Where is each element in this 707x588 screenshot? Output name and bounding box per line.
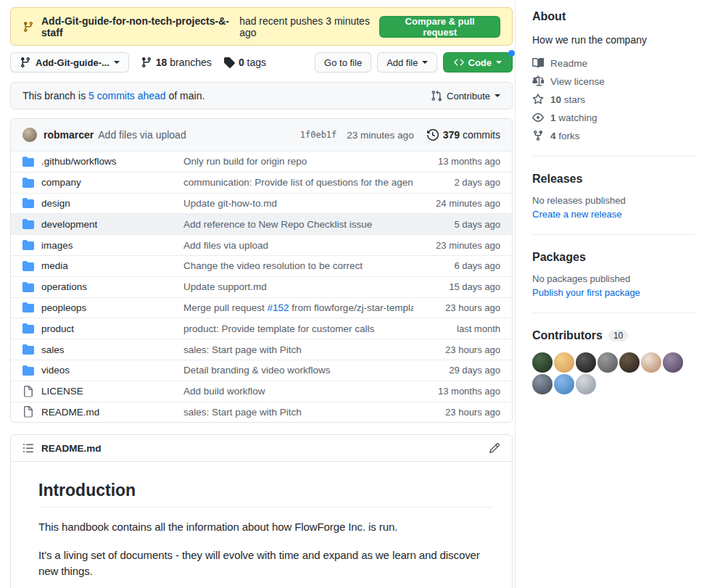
commit-time-link[interactable]: 23 hours ago — [413, 407, 500, 418]
file-name-link[interactable]: LICENSE — [41, 386, 183, 397]
file-name-link[interactable]: media — [41, 260, 183, 271]
commit-time-link[interactable]: 23 minutes ago — [413, 240, 500, 251]
folder-icon — [22, 281, 34, 293]
issue-link[interactable]: #152 — [268, 302, 289, 313]
commits-history-link[interactable]: 379 commits — [427, 129, 500, 141]
commit-message-link[interactable]: Update git-how-to.md — [183, 198, 413, 209]
sidebar-item-stars[interactable]: 10 stars — [532, 94, 695, 105]
file-name-link[interactable]: operations — [41, 281, 183, 292]
list-icon[interactable] — [22, 442, 34, 454]
file-name-link[interactable]: videos — [41, 365, 183, 376]
edit-pencil-icon[interactable] — [489, 442, 500, 454]
file-name-link[interactable]: images — [41, 240, 183, 251]
banner-message: had recent pushes 3 minutes ago — [239, 15, 379, 38]
status-text: of main. — [166, 90, 205, 102]
commit-time[interactable]: 23 minutes ago — [347, 130, 413, 141]
chevron-down-icon — [496, 61, 502, 64]
commit-time-link[interactable]: 23 hours ago — [413, 344, 500, 355]
file-name-link[interactable]: sales — [41, 344, 183, 355]
about-items: ReadmeView license10 stars1 watching4 fo… — [532, 57, 695, 141]
table-row: salessales: Start page with Pitch23 hour… — [11, 339, 512, 360]
commit-time-link[interactable]: 13 months ago — [413, 156, 500, 167]
commit-time-link[interactable]: 2 days ago — [413, 177, 500, 188]
commit-time-link[interactable]: 29 days ago — [413, 365, 500, 376]
file-name-link[interactable]: README.md — [41, 407, 183, 418]
contributor-avatar[interactable] — [554, 374, 574, 394]
eye-icon — [532, 112, 544, 123]
sidebar-item-view-license[interactable]: View license — [532, 75, 695, 87]
sidebar-item-readme[interactable]: Readme — [532, 57, 695, 69]
avatar[interactable] — [22, 128, 37, 142]
contributor-avatar[interactable] — [554, 352, 574, 373]
compare-pull-request-button[interactable]: Compare & pull request — [379, 16, 500, 38]
contributor-avatar[interactable] — [532, 374, 553, 394]
contributor-avatar[interactable] — [641, 352, 661, 373]
publish-package-link[interactable]: Publish your first package — [532, 287, 695, 298]
branches-link[interactable]: 18 branches — [141, 57, 212, 68]
contributor-avatar[interactable] — [619, 352, 640, 373]
contributor-avatar[interactable] — [576, 352, 596, 373]
contributor-avatar[interactable] — [598, 352, 618, 373]
file-name-link[interactable]: design — [41, 198, 183, 209]
commit-message-link[interactable]: Add reference to New Repo Checklist issu… — [183, 219, 413, 230]
go-to-file-button[interactable]: Go to file — [315, 52, 371, 73]
sidebar-item-watching[interactable]: 1 watching — [532, 112, 695, 123]
repo-page: Add-Git-guide-for-non-tech-projects-&-st… — [0, 0, 707, 588]
sidebar-item-label: 1 watching — [550, 112, 598, 123]
commit-time-link[interactable]: 15 days ago — [413, 281, 500, 292]
commit-message-link[interactable]: sales: Start page with Pitch — [183, 344, 413, 355]
commit-message-link[interactable]: product: Provide template for customer c… — [183, 323, 413, 334]
table-row: LICENSEAdd build workflow13 months ago — [11, 381, 512, 402]
tags-link[interactable]: 0 tags — [223, 57, 266, 68]
file-name-link[interactable]: company — [41, 177, 183, 188]
folder-icon — [22, 365, 34, 376]
git-branch-icon — [20, 57, 31, 68]
commit-message-link[interactable]: Change the video resolution to be correc… — [183, 260, 413, 271]
commits-ahead-link[interactable]: 5 commits ahead — [88, 90, 166, 102]
file-browser: robmarcer Add files via upload 1f0eb1f 2… — [10, 118, 513, 423]
create-release-link[interactable]: Create a new release — [532, 209, 695, 220]
commit-message-link[interactable]: Detail branding & video workflows — [183, 365, 413, 376]
file-name-link[interactable]: .github/workflows — [41, 156, 183, 167]
sidebar-item-forks[interactable]: 4 forks — [532, 130, 695, 141]
table-row: companycommunication: Provide list of qu… — [11, 172, 512, 193]
file-name-link[interactable]: development — [41, 219, 183, 230]
folder-icon — [22, 218, 34, 230]
fork-icon — [532, 130, 544, 141]
commit-message-link[interactable]: sales: Start page with Pitch — [183, 407, 413, 418]
file-name-link[interactable]: product — [41, 323, 183, 334]
table-row: videosDetail branding & video workflows2… — [11, 360, 512, 381]
repo-toolbar: Add-Git-guide-... 18 branches 0 tags — [10, 52, 513, 73]
branch-selector[interactable]: Add-Git-guide-... — [10, 52, 129, 73]
commit-author[interactable]: robmarcer — [44, 129, 94, 141]
commit-message-link[interactable]: Add files via upload — [183, 240, 413, 251]
packages-section: Packages No packages published Publish y… — [532, 235, 695, 298]
readme-header: README.md — [11, 435, 512, 462]
commit-time-link[interactable]: 13 months ago — [413, 386, 500, 397]
add-file-button[interactable]: Add file — [377, 52, 437, 73]
contributor-avatar[interactable] — [663, 352, 683, 373]
commit-time-link[interactable]: 24 minutes ago — [413, 198, 500, 209]
table-row: README.mdsales: Start page with Pitch23 … — [11, 402, 512, 423]
commit-message[interactable]: Add files via upload — [98, 129, 186, 141]
commit-time-link[interactable]: 6 days ago — [413, 260, 500, 271]
commit-message-link[interactable]: Merge pull request #152 from flowforge/z… — [183, 302, 413, 313]
folder-icon — [22, 156, 34, 167]
code-button[interactable]: Code — [443, 52, 513, 73]
recent-push-banner: Add-Git-guide-for-non-tech-projects-&-st… — [10, 7, 513, 46]
contributors-title: Contributors — [532, 329, 603, 342]
commit-time-link[interactable]: 5 days ago — [413, 219, 500, 230]
branch-selector-label: Add-Git-guide-... — [36, 57, 109, 68]
contributor-avatar[interactable] — [532, 352, 553, 373]
commit-message-link[interactable]: Update support.md — [183, 281, 413, 292]
file-name-link[interactable]: peopleops — [41, 302, 183, 313]
contribute-button[interactable]: Contribute — [431, 90, 500, 102]
commit-time-link[interactable]: last month — [413, 323, 500, 334]
commit-hash[interactable]: 1f0eb1f — [300, 130, 337, 140]
star-icon — [532, 94, 544, 105]
contributor-avatar[interactable] — [576, 374, 596, 394]
commit-time-link[interactable]: 23 hours ago — [413, 302, 500, 313]
commit-message-link[interactable]: Add build workflow — [183, 386, 413, 397]
commit-message-link[interactable]: Only run build for origin repo — [183, 156, 413, 167]
commit-message-link[interactable]: communication: Provide list of questions… — [183, 177, 413, 188]
